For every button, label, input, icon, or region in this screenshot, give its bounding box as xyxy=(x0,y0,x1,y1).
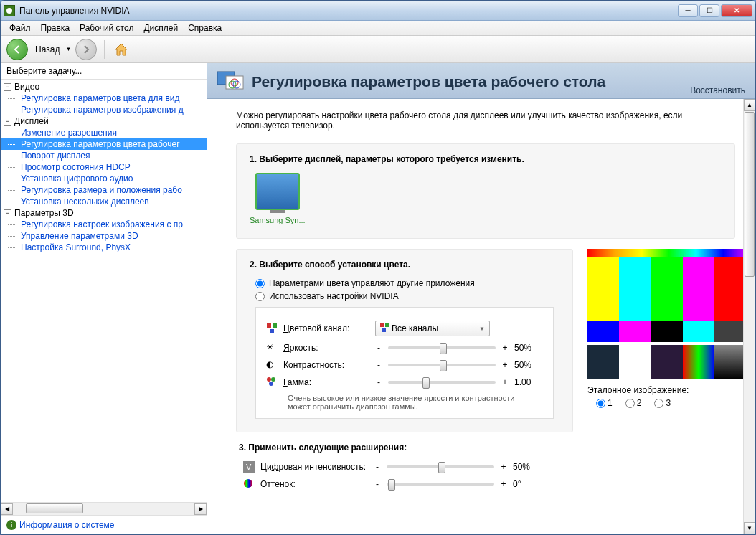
contrast-slider[interactable] xyxy=(388,364,496,366)
svg-point-0 xyxy=(6,8,12,14)
slider-thumb[interactable] xyxy=(388,479,395,491)
reference-panel: Эталонное изображение: 1 2 3 xyxy=(587,249,755,408)
menu-help[interactable]: Справка xyxy=(184,22,226,34)
gradient-bar xyxy=(587,249,755,257)
sysinfo-link[interactable]: Информация о системе xyxy=(19,520,114,530)
tree-item[interactable]: Установка цифрового аудио xyxy=(1,173,207,184)
tree-item[interactable]: Поворот дисплея xyxy=(1,150,207,161)
svg-text:V: V xyxy=(246,463,252,471)
tree-item-selected[interactable]: Регулировка параметров цвета рабочег xyxy=(1,138,207,150)
window-controls: ─ ☐ ✕ xyxy=(678,4,752,17)
slider-thumb[interactable] xyxy=(422,377,430,389)
svg-rect-11 xyxy=(382,328,386,332)
ref-radio-1[interactable]: 1 xyxy=(596,398,613,408)
forward-button[interactable] xyxy=(75,39,97,60)
tree-item[interactable]: Регулировка настроек изображения с пр xyxy=(1,219,207,230)
back-dropdown[interactable]: ▼ xyxy=(65,46,71,52)
brightness-slider[interactable] xyxy=(388,346,496,349)
sidebar-header: Выберите задачу... xyxy=(1,63,207,80)
channel-select[interactable]: Все каналы ▼ xyxy=(375,321,490,336)
svg-point-13 xyxy=(271,377,275,382)
slider-thumb[interactable] xyxy=(440,360,447,371)
svg-point-14 xyxy=(269,382,273,386)
scroll-up-button[interactable]: ▲ xyxy=(744,99,755,111)
maximize-button[interactable]: ☐ xyxy=(699,4,719,17)
tree-cat-video[interactable]: −Видео xyxy=(1,81,207,93)
ref-radio-3[interactable]: 3 xyxy=(654,398,671,408)
tree-cat-display[interactable]: −Дисплей xyxy=(1,115,207,127)
scroll-down-button[interactable]: ▼ xyxy=(744,522,755,534)
back-button[interactable] xyxy=(6,39,28,60)
scroll-track[interactable] xyxy=(13,503,194,515)
minimize-button[interactable]: ─ xyxy=(678,4,698,17)
tree-item[interactable]: Изменение разрешения xyxy=(1,127,207,138)
menu-edit[interactable]: Правка xyxy=(37,22,75,34)
slider-thumb[interactable] xyxy=(438,462,445,473)
radio-other-apps[interactable]: Параметрами цвета управляют другие прило… xyxy=(255,278,559,288)
app-window: Панель управления NVIDIA ─ ☐ ✕ Файл Прав… xyxy=(0,0,756,535)
display-item[interactable]: Samsung Syn... xyxy=(250,173,306,224)
radio-input[interactable] xyxy=(255,279,265,288)
window-title: Панель управления NVIDIA xyxy=(19,6,678,16)
menu-desktop[interactable]: Рабочий стол xyxy=(75,22,138,34)
hue-row: Оттенок: -+0° xyxy=(243,478,573,490)
arrow-right-icon xyxy=(81,44,91,55)
channel-select-icon xyxy=(380,323,389,334)
tree-item[interactable]: Настройка Surround, PhysX xyxy=(1,242,207,253)
chevron-down-icon: ▼ xyxy=(479,326,485,332)
vscrollbar[interactable]: ▲ ▼ xyxy=(743,99,755,534)
section-2: 2. Выберите способ установки цвета. Пара… xyxy=(236,249,573,432)
ref-radio-2[interactable]: 2 xyxy=(625,398,642,408)
sysinfo-row: i Информация о системе xyxy=(1,515,207,534)
tree-cat-3d[interactable]: −Параметры 3D xyxy=(1,207,207,219)
sidebar-hscroll[interactable]: ◀ ▶ xyxy=(1,502,207,515)
tree-item[interactable]: Установка нескольких дисплеев xyxy=(1,196,207,207)
vibrance-icon: V xyxy=(243,461,255,473)
scroll-right-button[interactable]: ▶ xyxy=(194,503,207,515)
contrast-label: Контрастность: xyxy=(283,360,369,370)
tree-item[interactable]: Регулировка параметров цвета для вид xyxy=(1,93,207,104)
channel-value: Все каналы xyxy=(392,323,438,333)
vibrance-slider[interactable] xyxy=(387,465,494,468)
svg-rect-8 xyxy=(270,329,274,333)
close-button[interactable]: ✕ xyxy=(721,4,752,17)
svg-rect-2 xyxy=(226,76,243,89)
home-button[interactable] xyxy=(112,40,131,59)
svg-rect-7 xyxy=(273,323,277,328)
titlebar[interactable]: Панель управления NVIDIA ─ ☐ ✕ xyxy=(1,1,755,21)
tree-item[interactable]: Регулировка размера и положения рабо xyxy=(1,184,207,196)
vscroll-thumb[interactable] xyxy=(745,112,755,277)
radio-nvidia[interactable]: Использовать настройки NVIDIA xyxy=(255,291,559,301)
vibrance-row: V Цифровая интенсивность: -+50% xyxy=(243,461,573,473)
tree-item[interactable]: Регулировка параметров изображения д xyxy=(1,104,207,115)
scroll-left-button[interactable]: ◀ xyxy=(1,503,13,515)
section3-title: 3. Применить следующие расширения: xyxy=(239,442,573,453)
header-monitor-icon xyxy=(216,69,245,95)
slider-thumb[interactable] xyxy=(440,343,447,354)
menu-file[interactable]: Файл xyxy=(5,22,35,34)
collapse-icon[interactable]: − xyxy=(4,83,11,91)
hue-slider[interactable] xyxy=(387,483,494,486)
scroll-thumb[interactable] xyxy=(26,503,83,513)
collapse-icon[interactable]: − xyxy=(4,209,11,217)
task-tree[interactable]: −Видео Регулировка параметров цвета для … xyxy=(1,80,207,502)
sidebar: Выберите задачу... −Видео Регулировка па… xyxy=(1,63,207,534)
gamma-icon xyxy=(266,377,278,388)
monitor-icon xyxy=(255,173,300,210)
brightness-row: ☀ Яркость: -+50% xyxy=(266,342,543,354)
gamma-value: 1.00 xyxy=(514,377,543,387)
radio-input[interactable] xyxy=(255,292,265,301)
brightness-value: 50% xyxy=(514,343,543,353)
home-icon xyxy=(113,42,129,57)
color-bars xyxy=(587,257,755,321)
tree-item[interactable]: Управление параметрами 3D xyxy=(1,230,207,242)
content-header: Регулировка параметров цвета рабочего ст… xyxy=(207,63,755,99)
hue-icon xyxy=(243,478,255,490)
tree-item[interactable]: Просмотр состояния HDCP xyxy=(1,161,207,173)
restore-link[interactable]: Восстановить xyxy=(690,85,745,95)
section1-title: 1. Выберите дисплей, параметры которого … xyxy=(250,154,722,164)
collapse-icon[interactable]: − xyxy=(4,118,11,126)
gamma-slider[interactable] xyxy=(388,381,496,384)
svg-point-12 xyxy=(267,377,271,382)
menu-display[interactable]: Дисплей xyxy=(139,22,182,34)
